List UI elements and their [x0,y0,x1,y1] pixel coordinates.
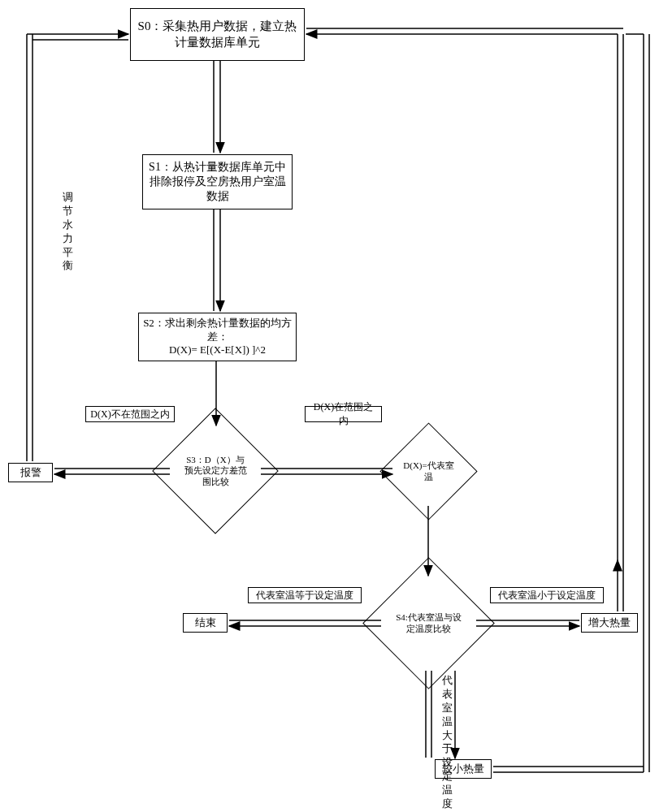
node-increase: 增大热量 [581,613,638,633]
node-s2-text: S2：求出剩余热计量数据的均方差： D(X)= E[(X-E[X]) ]^2 [142,317,293,358]
flowchart: S0：采集热用户数据，建立热计量数据库单元 S1：从热计量数据库单元中排除报停及… [0,0,659,812]
node-end-text: 结束 [195,616,216,630]
node-s1: S1：从热计量数据库单元中排除报停及空房热用户室温数据 [142,154,293,209]
edge-adjust: 调节水力平衡 [61,191,74,273]
node-s4: S4:代表室温与设定温度比较 [382,577,475,670]
edge-rep-gt: 代表室温大于设定温度 [440,674,453,811]
node-increase-text: 增大热量 [588,616,631,630]
node-alarm: 报警 [8,463,53,482]
node-s1-text: S1：从热计量数据库单元中排除报停及空房热用户室温数据 [146,160,288,205]
node-represents: D(X)=代表室温 [394,437,463,506]
node-end: 结束 [183,613,228,633]
node-s3-text: S3：D（X）与预先设定方差范围比较 [171,426,260,516]
edge-rep-lt: 代表室温小于设定温度 [490,587,604,603]
node-alarm-text: 报警 [20,466,41,480]
edge-dx-not-in: D(X)不在范围之内 [85,406,175,422]
node-s4-text: S4:代表室温与设定温度比较 [382,577,475,670]
edge-rep-eq: 代表室温等于设定温度 [248,587,362,603]
node-represents-text: D(X)=代表室温 [394,437,463,506]
node-s3: S3：D（X）与预先设定方差范围比较 [171,426,260,516]
node-s0-text: S0：采集热用户数据，建立热计量数据库单元 [134,19,301,50]
edge-dx-in: D(X)在范围之内 [305,406,382,422]
node-s2: S2：求出剩余热计量数据的均方差： D(X)= E[(X-E[X]) ]^2 [138,313,297,361]
node-s0: S0：采集热用户数据，建立热计量数据库单元 [130,8,305,61]
